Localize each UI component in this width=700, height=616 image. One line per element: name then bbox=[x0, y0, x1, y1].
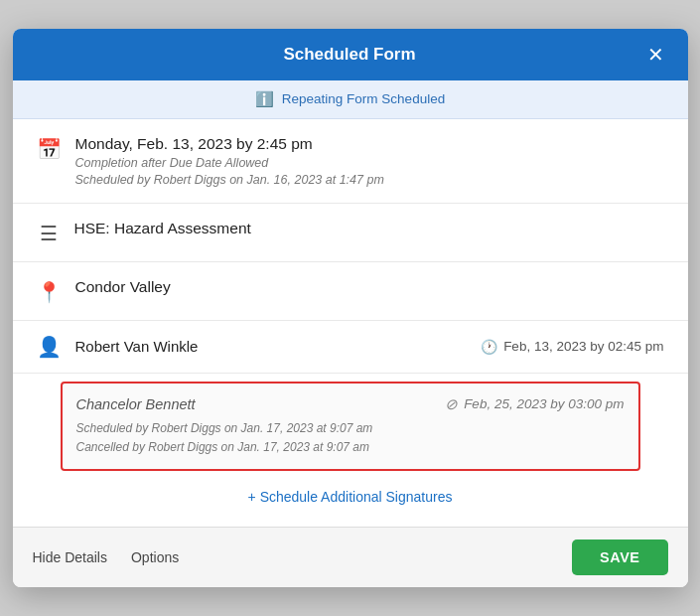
form-name-row: ☰ HSE: Hazard Assessment bbox=[13, 204, 688, 262]
cancelled-signature-container: Chancelor Bennett ⊘ Feb, 25, 2023 by 03:… bbox=[13, 374, 688, 475]
active-signature-row: 👤 Robert Van Winkle 🕐 Feb, 13, 2023 by 0… bbox=[13, 321, 688, 374]
person-icon: 👤 bbox=[37, 335, 62, 359]
cancelled-sub-lines: Scheduled by Robert Diggs on Jan. 17, 20… bbox=[76, 419, 625, 457]
cancelled-row-top: Chancelor Bennett ⊘ Feb, 25, 2023 by 03:… bbox=[76, 395, 625, 413]
schedule-additional-link[interactable]: + Schedule Additional Signatures bbox=[248, 489, 453, 505]
location-row: 📍 Condor Valley bbox=[13, 262, 688, 321]
date-row: 📅 Monday, Feb. 13, 2023 by 2:45 pm Compl… bbox=[13, 119, 688, 204]
close-button[interactable]: ✕ bbox=[643, 43, 668, 67]
banner: ℹ️ Repeating Form Scheduled bbox=[13, 80, 688, 119]
date-main-text: Monday, Feb. 13, 2023 by 2:45 pm bbox=[75, 135, 664, 153]
form-name-content: HSE: Hazard Assessment bbox=[74, 220, 664, 237]
cancelled-date-area: ⊘ Feb, 25, 2023 by 03:00 pm bbox=[445, 395, 624, 413]
active-sig-name: Robert Van Winkle bbox=[75, 338, 468, 355]
modal-title: Scheduled Form bbox=[283, 45, 415, 65]
modal-overlay: Scheduled Form ✕ ℹ️ Repeating Form Sched… bbox=[0, 0, 700, 616]
cancelled-sig-date: Feb, 25, 2023 by 03:00 pm bbox=[464, 396, 624, 411]
cancel-icon: ⊘ bbox=[445, 395, 458, 413]
modal: Scheduled Form ✕ ℹ️ Repeating Form Sched… bbox=[13, 29, 688, 587]
options-button[interactable]: Options bbox=[131, 549, 179, 565]
cancelled-signature-row: Chancelor Bennett ⊘ Feb, 25, 2023 by 03:… bbox=[61, 382, 640, 471]
schedule-link-row: + Schedule Additional Signatures bbox=[13, 475, 688, 519]
hide-details-button[interactable]: Hide Details bbox=[33, 549, 107, 565]
location-content: Condor Valley bbox=[75, 278, 664, 296]
date-sub-line1: Completion after Due Date Allowed bbox=[75, 156, 664, 170]
form-name-text: HSE: Hazard Assessment bbox=[74, 220, 664, 237]
modal-header: Scheduled Form ✕ bbox=[13, 29, 688, 80]
form-icon: ☰ bbox=[37, 222, 61, 245]
location-text: Condor Valley bbox=[75, 278, 664, 296]
active-sig-date: Feb, 13, 2023 by 02:45 pm bbox=[503, 339, 663, 354]
date-row-content: Monday, Feb. 13, 2023 by 2:45 pm Complet… bbox=[75, 135, 664, 187]
modal-footer: Hide Details Options SAVE bbox=[13, 527, 688, 587]
info-icon: ℹ️ bbox=[255, 90, 274, 108]
cancelled-sig-name: Chancelor Bennett bbox=[76, 396, 436, 412]
save-button[interactable]: SAVE bbox=[572, 539, 667, 575]
banner-text: Repeating Form Scheduled bbox=[282, 91, 445, 106]
active-sig-date-area: 🕐 Feb, 13, 2023 by 02:45 pm bbox=[481, 339, 663, 355]
location-icon: 📍 bbox=[37, 280, 62, 304]
footer-left: Hide Details Options bbox=[33, 549, 180, 565]
cancelled-sub-line2: Cancelled by Robert Diggs on Jan. 17, 20… bbox=[76, 438, 625, 457]
cancelled-sub-line1: Scheduled by Robert Diggs on Jan. 17, 20… bbox=[76, 419, 625, 438]
calendar-icon: 📅 bbox=[37, 137, 62, 161]
modal-body: 📅 Monday, Feb. 13, 2023 by 2:45 pm Compl… bbox=[13, 119, 688, 527]
clock-icon: 🕐 bbox=[481, 339, 497, 355]
date-sub-line2: Scheduled by Robert Diggs on Jan. 16, 20… bbox=[75, 173, 664, 187]
